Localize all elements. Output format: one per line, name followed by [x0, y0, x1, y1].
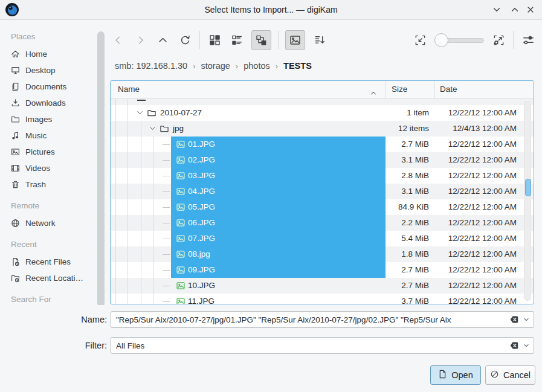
open-button-label: Open: [451, 370, 473, 380]
name-cell: 04.JPG: [111, 184, 386, 199]
icon-view-button[interactable]: [207, 32, 222, 48]
item-label: 07.JPG: [188, 231, 215, 246]
file-row-01.jpg[interactable]: 01.JPG2.7 MiB12/22/12 12:00 AM: [111, 137, 534, 152]
zoom-in-button[interactable]: [491, 32, 506, 48]
image-file-icon: [176, 202, 186, 212]
cancel-button[interactable]: Cancel: [485, 365, 535, 385]
downloads-icon: [11, 98, 20, 108]
sidebar-item-network[interactable]: Network: [11, 215, 109, 231]
sidebar-item-label: Videos: [25, 164, 50, 173]
sidebar-item-home[interactable]: Home: [11, 46, 109, 62]
name-cell: 06.JPG: [111, 215, 386, 231]
go-back-button[interactable]: [110, 32, 126, 48]
tree-guide-line: [141, 278, 141, 294]
zoom-out-button[interactable]: [412, 32, 428, 48]
file-row-04.jpg[interactable]: 04.JPG3.1 MiB12/22/12 12:00 AM: [111, 184, 534, 199]
zoom-slider-knob[interactable]: [434, 33, 448, 47]
file-row-11.jpg[interactable]: 11.JPG3.7 MiB12/22/12 12:00 AM: [111, 294, 534, 304]
expander-chevron-icon[interactable]: [149, 124, 156, 132]
name-input[interactable]: [111, 312, 534, 327]
expander-chevron-icon[interactable]: [136, 109, 144, 117]
column-header-size[interactable]: Size: [386, 81, 434, 98]
file-row-06.jpg[interactable]: 06.JPG2.2 MiB12/22/12 12:00 AM: [111, 215, 534, 231]
name-cell: jpg: [111, 121, 386, 137]
name-cell: 11.JPG: [111, 294, 386, 304]
sidebar-item-documents[interactable]: Documents: [11, 79, 109, 95]
tree-guide-line: [115, 184, 116, 199]
breadcrumb-item[interactable]: storage: [201, 61, 230, 71]
sidebar-item-videos[interactable]: Videos: [11, 160, 109, 176]
file-row-08.jpg[interactable]: 08.jpg1.8 MiB12/22/12 12:00 AM: [111, 246, 534, 262]
clear-filter-icon[interactable]: [509, 341, 519, 350]
tree-guide-line: [115, 294, 116, 304]
filter-input[interactable]: [111, 338, 534, 353]
sidebar-scrollbar[interactable]: [97, 31, 105, 305]
go-forward-button[interactable]: [132, 32, 148, 48]
column-header-name[interactable]: Name: [111, 81, 386, 98]
pictures-icon: [11, 147, 20, 156]
filter-dropdown-icon[interactable]: [522, 341, 531, 350]
open-button[interactable]: Open: [430, 365, 481, 385]
options-icon: [523, 34, 534, 46]
places-panel: PlacesHomeDesktopDocumentsDownloadsImage…: [0, 19, 109, 305]
maximize-button[interactable]: [509, 4, 520, 15]
detail-view-button[interactable]: [229, 32, 245, 48]
sidebar-item-label: Home: [25, 50, 47, 59]
zoom-slider[interactable]: [434, 32, 484, 48]
name-cell: 05.JPG: [111, 199, 386, 215]
options-button[interactable]: [520, 32, 536, 48]
file-row-05.jpg[interactable]: 05.JPG84.9 KiB12/22/12 12:00 AM: [111, 199, 534, 215]
breadcrumb-item[interactable]: smb: 192.168.1.30: [115, 61, 187, 71]
file-row-jpg[interactable]: jpg12 items12/4/13 12:00 AM: [111, 121, 534, 137]
folder-icon: [160, 124, 169, 133]
tree-guide-line: [115, 105, 116, 121]
breadcrumb-item[interactable]: photos: [244, 61, 270, 71]
size-cell: 2.2 MiB: [386, 215, 434, 231]
sidebar-item-downloads[interactable]: Downloads: [11, 95, 109, 111]
close-button[interactable]: [525, 4, 536, 15]
list-scrollbar[interactable]: [524, 101, 531, 301]
tree-connector-line: [163, 223, 170, 223]
sidebar-item-images[interactable]: Images: [11, 111, 109, 127]
tree-guide-line: [127, 121, 128, 137]
preview-button[interactable]: [285, 30, 305, 50]
toolbar-separator: [199, 31, 200, 49]
item-label: 11.JPG: [188, 294, 215, 304]
sidebar-item-label: Recent Files: [25, 257, 71, 266]
list-scrollbar-thumb[interactable]: [525, 179, 531, 196]
file-row-07.jpg[interactable]: 07.JPG5.4 MiB12/22/12 12:00 AM: [111, 231, 534, 246]
file-row-02.jpg[interactable]: 02.JPG3.1 MiB12/22/12 12:00 AM: [111, 152, 534, 168]
file-row-10.jpg[interactable]: 10.JPG2.7 MiB12/22/12 12:00 AM: [111, 278, 534, 294]
tree-guide-line: [141, 294, 141, 304]
tree-view-button[interactable]: [251, 30, 271, 50]
music-icon: [11, 131, 20, 140]
tree-guide-line: [153, 231, 154, 246]
file-row-2010-07-27[interactable]: 2010-07-271 item12/22/12 12:00 AM: [111, 105, 534, 121]
file-row-09.jpg[interactable]: 09.JPG2.7 MiB12/22/12 12:00 AM: [111, 262, 534, 278]
sidebar-item-label: Recent Locati…: [25, 274, 83, 283]
sidebar-item-recent-files[interactable]: Recent Files: [11, 254, 109, 270]
date-cell: 12/22/12 12:00 AM: [434, 246, 524, 262]
column-header-date[interactable]: Date: [434, 81, 524, 98]
tree-guide-line: [127, 137, 128, 152]
name-dropdown-icon[interactable]: [522, 315, 531, 324]
go-up-button[interactable]: [155, 32, 170, 48]
open-doc-icon: [438, 370, 447, 381]
item-label: 04.JPG: [188, 184, 215, 199]
reload-button[interactable]: [177, 32, 193, 48]
cancel-button-label: Cancel: [503, 370, 531, 380]
sidebar-item-pictures[interactable]: Pictures: [11, 144, 109, 160]
sort-button[interactable]: [312, 32, 327, 48]
sidebar-item-trash[interactable]: Trash: [11, 176, 109, 193]
date-cell: [434, 99, 524, 105]
sidebar-item-recent-locati[interactable]: Recent Locati…: [11, 270, 109, 286]
file-row-03.jpg[interactable]: 03.JPG2.8 MiB12/22/12 12:00 AM: [111, 168, 534, 184]
minimize-button[interactable]: [491, 4, 502, 15]
item-area: 10.JPG: [171, 278, 386, 294]
breadcrumb-item[interactable]: TESTS: [283, 61, 312, 71]
clear-name-icon[interactable]: [509, 315, 519, 324]
sidebar-item-label: Desktop: [25, 66, 56, 75]
sidebar-item-music[interactable]: Music: [11, 127, 109, 144]
item-label: 03.JPG: [188, 168, 215, 184]
sidebar-item-desktop[interactable]: Desktop: [11, 62, 109, 79]
